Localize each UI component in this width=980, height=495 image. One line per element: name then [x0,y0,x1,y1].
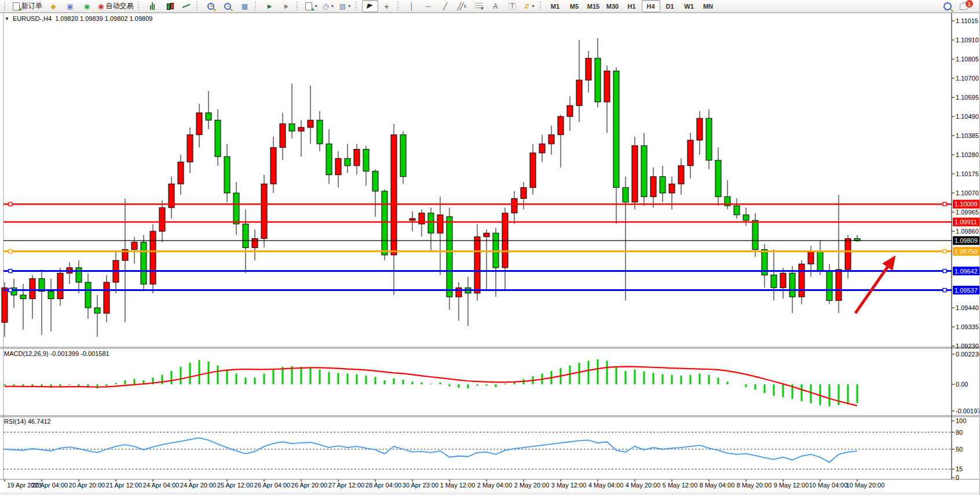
line-chart-button[interactable] [178,0,194,12]
date-label: 21 Apr 12:00 [106,482,142,489]
candlestick-chart-button[interactable] [161,0,177,12]
line-handle[interactable] [9,202,12,206]
toolbar-grip[interactable] [4,2,8,10]
candle [641,145,647,196]
line-handle[interactable] [943,289,946,292]
autotrade-button[interactable]: ◉ 自动交易 [96,0,136,12]
candle [20,295,26,299]
candle [206,113,211,121]
candle [734,206,740,215]
signals-button[interactable]: ◉ [79,0,95,12]
rsi-indicator-label: RSI(14) 46.7412 [4,418,51,425]
price-tick-label: 1.10070 [956,190,979,196]
zoom-out-icon: − [224,3,231,10]
candle [548,134,554,144]
toolbar-grip[interactable] [540,2,544,10]
bar-chart-button[interactable] [144,0,160,12]
notification-badge: 1 [966,0,973,8]
zoom-in-button[interactable]: + [203,0,219,12]
line-handle[interactable] [943,250,946,253]
rsi-scale-label: 100 [956,417,966,424]
templates-button[interactable]: ▤ ▾ [337,0,353,12]
line-chart-icon [182,3,190,9]
signal-icon: ◉ [84,3,90,10]
candle [280,124,286,148]
candle [437,215,443,233]
candle [678,166,684,184]
toolbar-grip[interactable] [356,2,360,10]
date-label: 20 Apr 04:00 [32,482,68,489]
crosshair-tool-button[interactable]: + [379,0,395,12]
toolbar-grip[interactable] [397,2,401,10]
toolbar-grip[interactable] [196,2,200,10]
new-order-button[interactable]: + 新订单 [10,0,45,12]
price-tick-label: 1.10700 [956,75,979,82]
line-handle[interactable] [9,250,12,253]
line-handle[interactable] [9,270,12,273]
toolbar-grip[interactable] [255,2,259,10]
tile-windows-button[interactable]: ▦ [236,0,253,12]
timeframe-button-w1[interactable]: W1 [680,0,699,12]
price-tick-label: 1.10805 [956,56,979,63]
fibonacci-tool-button[interactable]: F [471,0,487,12]
candle [743,215,749,220]
trendline-tool-button[interactable]: ╱ [437,0,454,12]
candle [558,117,564,134]
date-label: 9 May 12:00 [774,482,809,489]
toolbar-grip[interactable] [138,2,142,10]
periods-button[interactable]: ◷ ▾ [320,0,337,12]
vertical-line-tool-button[interactable]: │ [404,0,420,12]
shapes-icon: ⇵ [524,3,529,10]
text-tool-button[interactable]: A [488,0,504,12]
toolbar-right-group: 1 [944,2,977,10]
candle [391,134,397,254]
candle [613,71,619,187]
zoom-in-icon: + [207,3,214,10]
timeframe-button-m1[interactable]: M1 [546,0,565,12]
date-label: 25 Apr 12:00 [217,482,253,489]
platform-icon: ▣ [67,3,73,10]
zoom-out-button[interactable]: − [220,0,236,12]
timeframe-button-d1[interactable]: D1 [661,0,679,12]
date-label: 30 Apr 23:00 [403,482,438,489]
channel-tool-button[interactable]: ╱╱E [454,0,470,12]
chart-shift-button[interactable]: ▶ [261,0,277,12]
timeframe-button-h4[interactable]: H4 [642,0,660,12]
timeframe-button-m5[interactable]: M5 [565,0,584,12]
price-tag-label: 1.09537 [955,287,978,294]
timeframe-button-m15[interactable]: M15 [584,0,603,12]
cursor-tool-button[interactable]: ◤ [362,0,378,12]
price-tick-label: 1.10385 [956,132,979,139]
shapes-tool-button[interactable]: ⇵ ▾ [521,0,537,12]
depth-of-market-button[interactable]: ◆ [45,0,61,12]
candle [780,273,786,287]
new-chart-button[interactable]: + ▾ [303,0,319,12]
search-icon[interactable] [944,2,952,10]
collapse-icon[interactable]: ▼ [5,16,9,21]
horizontal-line-tool-button[interactable]: ─ [420,0,437,12]
candle [382,191,387,255]
candle [48,292,54,299]
notifications-icon[interactable]: 1 [960,2,969,10]
timeframe-button-m30[interactable]: M30 [604,0,622,12]
candle [298,128,304,131]
timeframe-button-h1[interactable]: H1 [623,0,641,12]
line-handle[interactable] [943,270,946,273]
ohlc-values: 1.09820 1.09839 1.09802 1.09809 [55,15,152,22]
text-label-tool-button[interactable]: T [504,0,521,12]
terminal-button[interactable]: ▣ [62,0,78,12]
date-label: 5 May 12:00 [663,482,698,489]
toolbar-grip[interactable] [297,2,301,10]
candle [159,208,165,231]
timeframe-button-mn[interactable]: MN [699,0,718,12]
candle [317,120,323,144]
line-handle[interactable] [9,289,12,292]
candle [104,282,109,313]
date-label: 24 Apr 04:00 [143,482,179,489]
price-tick-label: 1.10595 [956,94,979,101]
candle [428,213,434,234]
auto-scroll-button[interactable]: ▶ [278,0,294,12]
chart-area[interactable]: 1.110151.109101.108051.107001.105951.104… [0,0,980,495]
date-label: 26 Apr 20:00 [291,482,327,489]
line-handle[interactable] [943,202,946,206]
